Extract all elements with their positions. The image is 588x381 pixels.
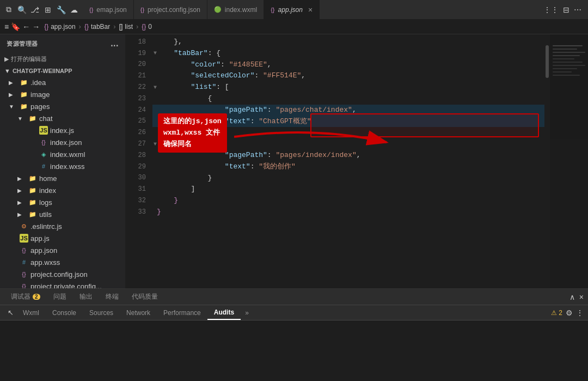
devtools-tab-network[interactable]: Network (120, 305, 157, 320)
breadcrumb-list[interactable]: [] list (119, 23, 133, 31)
highlight-box (310, 113, 539, 137)
sidebar-item-chat[interactable]: ▼ 📁 chat (0, 112, 125, 124)
minimap-svg (550, 34, 588, 220)
panel-tab-problems[interactable]: 问题 (47, 289, 73, 305)
sidebar-item-chat-index-json[interactable]: {} index.json (0, 136, 125, 148)
tab-app-json[interactable]: {} app.json × (264, 0, 320, 19)
folder-icon: 📁 (20, 90, 28, 99)
code-line-30: } (152, 173, 544, 184)
svg-rect-4 (553, 55, 580, 56)
json-icon: {} (20, 282, 28, 288)
devtools-tab-wxml[interactable]: Wxml (16, 305, 46, 320)
folder-icon: 📁 (28, 114, 37, 123)
json-icon: {} (20, 246, 28, 255)
puzzle-icon[interactable]: 🔧 (57, 5, 65, 14)
code-line-31: ] (152, 184, 544, 195)
devtools-tab-performance[interactable]: Performance (157, 305, 207, 320)
annotation-container: 这里的的js,jsonwxml,wxss 文件确保同名 (158, 113, 227, 153)
title-bar-left-icons: ⧉ 🔍 ⎇ ⊞ 🔧 ☁ (0, 5, 83, 14)
devtools-tab-console[interactable]: Console (46, 305, 83, 320)
panel-tab-debugger[interactable]: 调试器 2 (4, 289, 47, 305)
search-icon[interactable]: 🔍 (17, 5, 26, 14)
folder-icon: 📁 (28, 186, 37, 195)
sidebar-item-chat-index-wxml[interactable]: ◈ index.wxml (0, 148, 125, 160)
devtools-right-area: ⚠ 2 ⚙ ⋮ (551, 309, 584, 317)
menu-icon[interactable]: ≡ (4, 22, 9, 31)
js-icon: JS (39, 126, 48, 135)
sidebar-item-project-config[interactable]: {} project.config.json (0, 268, 125, 280)
gear-icon[interactable]: ⚙ (566, 309, 573, 317)
layout-icon[interactable]: ⊟ (563, 5, 569, 14)
panel-tab-output[interactable]: 输出 (73, 289, 99, 305)
sidebar-item-logs[interactable]: ▶ 📁 logs (0, 196, 125, 208)
sidebar-item-eslintrc[interactable]: ⚙ .eslintrc.js (0, 220, 125, 232)
breadcrumb-tabbar[interactable]: {} tabBar (84, 23, 110, 31)
more-devtools-icon[interactable]: ⋮ (576, 309, 584, 317)
wxml-icon: ◈ (39, 150, 48, 159)
sidebar-tree: ▶ 📁 .idea ▶ 📁 image ▼ 📁 pages ▼ 📁 chat (0, 76, 125, 288)
sidebar-item-image[interactable]: ▶ 📁 image (0, 88, 125, 100)
sidebar-item-project-private[interactable]: {} project.private.config... (0, 280, 125, 288)
close-tab-icon[interactable]: × (308, 5, 313, 14)
sidebar-item-home[interactable]: ▶ 📁 home (0, 172, 125, 184)
back-icon[interactable]: ← (22, 22, 30, 31)
more-options-icon[interactable]: ⋯ (574, 5, 581, 14)
code-editor[interactable]: }, ▼ "tabBar": { "color": "#1485EE", "se… (152, 34, 544, 288)
sidebar-item-utils[interactable]: ▶ 📁 utils (0, 208, 125, 220)
devtools-more-tabs[interactable]: » (241, 309, 253, 317)
minimap (550, 34, 588, 288)
split-editor-icon[interactable]: ⋮⋮ (543, 5, 559, 14)
git-icon[interactable]: ⎇ (30, 5, 39, 14)
grid-icon[interactable]: ⊞ (44, 5, 52, 14)
sidebar-more-icon[interactable]: ... (111, 39, 119, 49)
svg-rect-6 (553, 62, 583, 63)
editor-content[interactable]: 18 19 20 21 22 23 24 25 26 27 28 29 30 3… (125, 34, 588, 288)
code-line-33: } (152, 207, 544, 218)
wxss-icon: # (20, 258, 28, 267)
pointer-icon[interactable]: ↖ (4, 307, 16, 319)
sidebar-item-chat-index-js[interactable]: JS index.js (0, 124, 125, 136)
breadcrumb-file[interactable]: {} app.json (44, 23, 75, 31)
bookmark-icon[interactable]: 🔖 (11, 22, 20, 31)
title-bar: ⧉ 🔍 ⎇ ⊞ 🔧 ☁ {} emap.json {} project.conf… (0, 0, 588, 19)
svg-rect-5 (553, 58, 574, 59)
sidebar-item-index-folder[interactable]: ▶ 📁 index (0, 184, 125, 196)
code-line-22: ▼ "list": [ (152, 82, 544, 93)
close-panel-icon[interactable]: × (579, 293, 584, 301)
open-editors-header[interactable]: ▶ 打开的编辑器 (0, 54, 125, 64)
sidebar-item-app-json[interactable]: {} app.json (0, 244, 125, 256)
copy-icon[interactable]: ⧉ (4, 5, 13, 14)
scrollbar-thumb[interactable] (546, 45, 549, 78)
project-header[interactable]: ▼ CHATGPT-WEIINAPP (0, 66, 125, 75)
panel-right-icons: ∧ × (569, 293, 584, 301)
folder-icon: 📁 (28, 210, 37, 219)
chevron-right-icon: ▶ (4, 56, 9, 63)
editor-scrollbar[interactable] (544, 34, 550, 288)
editor-area: 18 19 20 21 22 23 24 25 26 27 28 29 30 3… (125, 34, 588, 288)
sidebar-item-idea[interactable]: ▶ 📁 .idea (0, 76, 125, 88)
devtools-bar: ↖ Wxml Console Sources Network Performan… (0, 305, 588, 320)
tab-emap-json[interactable]: {} emap.json (83, 0, 134, 19)
devtools-tab-audits[interactable]: Audits (207, 305, 241, 320)
forward-icon[interactable]: → (32, 22, 40, 31)
folder-icon: 📁 (28, 198, 37, 207)
sidebar-item-app-wxss[interactable]: # app.wxss (0, 256, 125, 268)
breadcrumb-item-0[interactable]: {} 0 (142, 23, 152, 31)
tab-index-wxml[interactable]: 🟢 index.wxml (207, 0, 264, 19)
sidebar-item-chat-index-wxss[interactable]: # index.wxss (0, 160, 125, 172)
folder-icon: 📁 (20, 102, 28, 111)
panel-tab-quality[interactable]: 代码质量 (125, 289, 164, 305)
panel-tab-terminal[interactable]: 终端 (99, 289, 125, 305)
json-icon: {} (39, 138, 48, 147)
code-line-20: "color": "#1485EE", (152, 59, 544, 71)
sidebar-item-pages[interactable]: ▼ 📁 pages (0, 100, 125, 112)
sidebar-item-app-js[interactable]: JS app.js (0, 232, 125, 244)
title-bar-right-icons: ⋮⋮ ⊟ ⋯ (543, 5, 588, 14)
code-line-19: ▼ "tabBar": { (152, 48, 544, 59)
tab-project-config-json[interactable]: {} project.config.json (134, 0, 207, 19)
warning-icon: ⚠ (551, 309, 557, 317)
svg-rect-1 (553, 45, 583, 46)
cloud-icon[interactable]: ☁ (70, 5, 78, 14)
chevron-up-icon[interactable]: ∧ (569, 293, 575, 301)
devtools-tab-sources[interactable]: Sources (83, 305, 120, 320)
